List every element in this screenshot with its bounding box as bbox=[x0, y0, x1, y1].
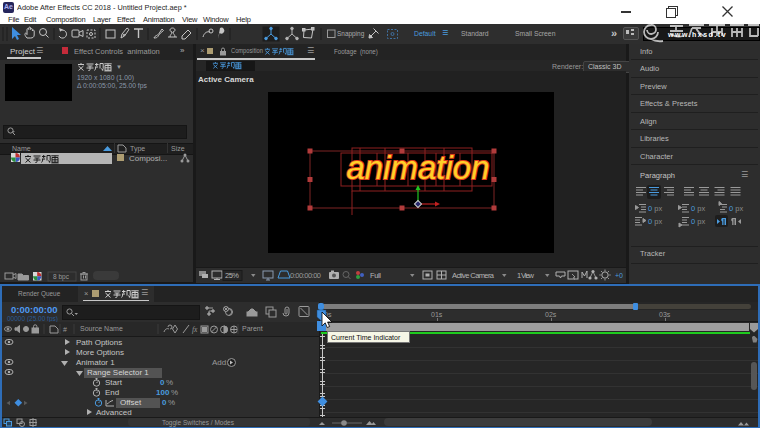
svg-text:25%: 25% bbox=[225, 271, 239, 280]
svg-text:#: # bbox=[63, 326, 67, 333]
svg-text:animation: animation bbox=[346, 149, 489, 186]
svg-text:+0: +0 bbox=[615, 272, 623, 279]
svg-text:0:00:00:00: 0:00:00:00 bbox=[290, 271, 321, 280]
svg-text:fx: fx bbox=[192, 325, 198, 334]
svg-text:Full: Full bbox=[370, 271, 381, 280]
svg-text:1 View: 1 View bbox=[517, 271, 535, 280]
svg-text:Active Camera: Active Camera bbox=[452, 271, 495, 280]
